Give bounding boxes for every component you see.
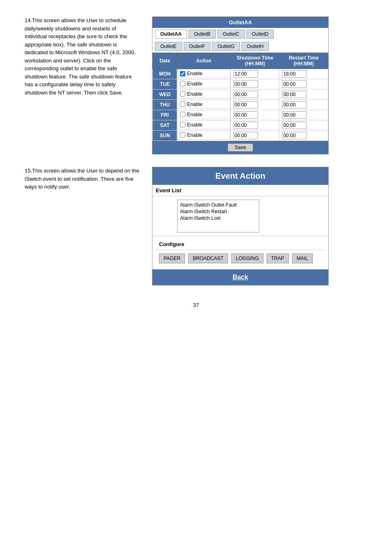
outlet-tabs-row2: OutletE OutletF OutletG OutletH [152,40,328,53]
col-restart: Restart Time (HH:MM) [279,53,328,69]
tab-outlete[interactable]: OutletE [155,42,182,51]
enable-checkbox[interactable] [180,91,185,97]
restart-time-cell [279,79,328,90]
back-row: Back [152,269,328,285]
tab-outletf[interactable]: OutletF [184,42,210,51]
list-item[interactable]: Alarm iSwitch Lost [179,215,257,221]
config-btn-mail[interactable]: MAIL [292,253,313,263]
config-btn-trap[interactable]: TRAP [267,253,289,263]
shutdown-time-cell [231,79,279,90]
restart-input[interactable] [282,111,307,119]
event-panel: Event Action Event List Alarm iSwitch Ou… [152,167,329,286]
list-item[interactable]: Alarm iSwitch Outlet Fault [179,202,257,208]
configure-label: Configure [156,239,325,250]
restart-input[interactable] [282,101,307,108]
day-cell: SUN [153,131,177,141]
col-action: Action [177,53,231,69]
day-cell: SAT [153,120,177,131]
enable-label: Enable [187,71,202,76]
enable-label: Enable [187,112,202,117]
section-14-description: 14.This screen allows the User to schedu… [25,16,140,97]
restart-time-cell [279,90,328,100]
action-cell: Enable [177,100,230,109]
enable-label: Enable [187,81,202,87]
enable-label: Enable [187,132,202,138]
table-row: FRIEnable [153,110,328,120]
restart-input[interactable] [282,70,307,78]
table-row: WEDEnable [153,90,328,100]
tab-outletaa[interactable]: OutletAA [155,30,187,39]
restart-time-cell [279,100,328,110]
outlet-header: OutletAA [152,17,328,28]
tab-outletd[interactable]: OutletD [247,30,274,39]
section-14: 14.This screen allows the User to schedu… [25,16,367,154]
restart-time-cell [279,110,328,120]
tab-outleth[interactable]: OutletH [242,42,269,51]
tab-outletc[interactable]: OutletC [217,30,245,39]
outlet-schedule-table: Date Action Shutdown Time (HH:MM) Restar… [152,53,328,141]
day-cell: THU [153,100,177,110]
section-15-description: 15.This screen allows the User to depend… [25,167,140,191]
enable-checkbox[interactable] [180,122,185,127]
action-cell: Enable [177,90,230,99]
event-header: Event Action [152,167,328,185]
col-shutdown: Shutdown Time (HH:MM) [231,53,279,69]
outlet-panel: OutletAA OutletAA OutletB OutletC Outlet… [152,16,329,154]
list-item[interactable]: Alarm iSwitch Restart [179,208,257,215]
config-btn-broadcast[interactable]: BROADCAST [188,253,228,263]
page-number: 37 [25,302,367,308]
shutdown-input[interactable] [233,122,258,129]
page-content: 14.This screen allows the User to schedu… [25,16,367,286]
configure-buttons: PAGERBROADCASTLOGGINGTRAPMAIL [156,250,325,267]
shutdown-input[interactable] [233,132,258,139]
shutdown-input[interactable] [233,70,258,78]
table-row: SUNEnable [153,131,328,141]
config-btn-pager[interactable]: PAGER [159,253,185,263]
shutdown-time-cell [231,120,279,131]
restart-time-cell [279,120,328,131]
restart-time-cell [279,131,328,141]
day-cell: TUE [153,79,177,90]
table-row: MONEnable [153,69,328,79]
col-date: Date [153,53,177,69]
day-cell: WED [153,90,177,100]
enable-label: Enable [187,122,202,128]
day-cell: FRI [153,110,177,120]
shutdown-time-cell [231,110,279,120]
enable-checkbox[interactable] [180,112,185,117]
shutdown-input[interactable] [233,111,258,119]
enable-checkbox[interactable] [180,71,185,76]
tab-outletg[interactable]: OutletG [212,42,240,51]
day-cell: MON [153,69,177,79]
save-row: Save [152,141,328,154]
configure-area: Configure PAGERBROADCASTLOGGINGTRAPMAIL [152,236,328,269]
restart-input[interactable] [282,132,307,139]
back-button[interactable]: Back [233,274,248,281]
event-list-area: Alarm iSwitch Outlet FaultAlarm iSwitch … [152,196,328,236]
event-listbox[interactable]: Alarm iSwitch Outlet FaultAlarm iSwitch … [177,200,259,233]
restart-input[interactable] [282,81,307,88]
shutdown-input[interactable] [233,101,258,108]
shutdown-input[interactable] [233,91,258,98]
shutdown-time-cell [231,90,279,100]
action-cell: Enable [177,120,230,129]
action-cell: Enable [177,69,230,78]
shutdown-time-cell [231,69,279,79]
table-row: THUEnable [153,100,328,110]
shutdown-input[interactable] [233,81,258,88]
restart-input[interactable] [282,122,307,129]
save-button[interactable]: Save [228,143,253,152]
shutdown-time-cell [231,131,279,141]
action-cell: Enable [177,131,230,140]
enable-checkbox[interactable] [180,81,185,86]
enable-label: Enable [187,101,202,107]
config-btn-logging[interactable]: LOGGING [231,253,263,263]
enable-checkbox[interactable] [180,132,185,138]
restart-input[interactable] [282,91,307,98]
table-row: SATEnable [153,120,328,131]
shutdown-time-cell [231,100,279,110]
tab-outletb[interactable]: OutletB [189,30,216,39]
action-cell: Enable [177,110,230,119]
enable-checkbox[interactable] [180,101,185,107]
restart-time-cell [279,69,328,79]
